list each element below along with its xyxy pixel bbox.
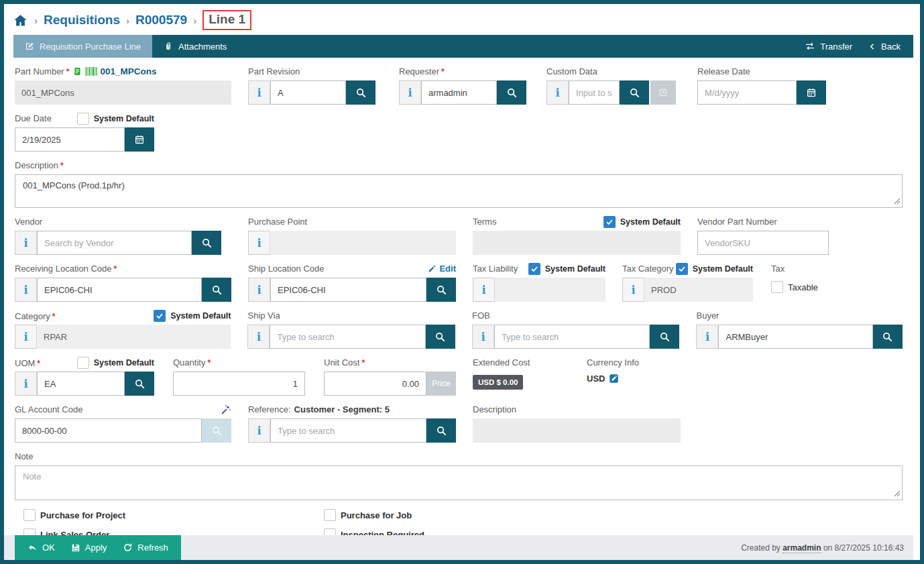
ship-location-edit-link[interactable]: Edit <box>428 264 456 274</box>
info-icon[interactable]: i <box>399 80 421 105</box>
field-currency-info: Currency Info USD <box>587 356 903 384</box>
due-date-input[interactable] <box>15 127 125 152</box>
form-content: Part Number * 001_MPCons Part Revision i… <box>4 58 913 535</box>
inspection-required-checkbox[interactable]: Inspection Required <box>324 528 624 535</box>
gl-account-code-input[interactable] <box>15 418 202 443</box>
requester-input[interactable] <box>421 80 497 105</box>
ship-location-code-input[interactable] <box>270 278 426 302</box>
note-textarea[interactable] <box>15 465 903 500</box>
description-textarea[interactable]: 001_MPCons (Prod.1p/hr) <box>15 174 903 208</box>
unit-cost-input[interactable] <box>324 372 426 396</box>
info-icon[interactable]: i <box>546 80 569 105</box>
part-number-input <box>15 80 231 105</box>
back-button[interactable]: Back <box>861 42 908 52</box>
custom-data-input[interactable] <box>569 80 620 105</box>
quantity-input[interactable] <box>173 372 305 396</box>
extended-cost-badge: USD $ 0.00 <box>473 375 523 390</box>
refresh-button[interactable]: Refresh <box>115 535 176 560</box>
currency-info-label: Currency Info <box>587 357 639 368</box>
link-sales-order-checkbox[interactable]: Link Sales Order <box>23 528 324 535</box>
breadcrumb-requisitions[interactable]: Requisitions <box>44 13 120 27</box>
buyer-search-button[interactable] <box>873 325 903 349</box>
reference-input[interactable] <box>270 418 426 443</box>
field-vendor-part-number: Vendor Part Number <box>697 215 829 255</box>
custom-data-label: Custom Data <box>546 66 597 76</box>
ship-location-search-button[interactable] <box>426 278 456 302</box>
purchase-for-job-checkbox[interactable]: Purchase for Job <box>324 509 624 521</box>
ship-via-input[interactable] <box>270 325 426 349</box>
buyer-input[interactable] <box>718 325 873 349</box>
home-icon[interactable] <box>13 13 28 27</box>
taxable-checkbox[interactable]: Taxable <box>771 281 903 293</box>
fob-input[interactable] <box>494 325 650 349</box>
purchase-point-input <box>270 231 456 255</box>
info-icon[interactable]: i <box>472 325 494 349</box>
receiving-location-search-button[interactable] <box>202 278 231 302</box>
terms-label: Terms <box>473 217 496 227</box>
vendor-input[interactable] <box>37 231 192 255</box>
tab-label: Requisition Purchase Line <box>40 42 141 52</box>
ok-button[interactable]: OK <box>19 535 63 560</box>
due-date-system-default-checkbox[interactable]: System Default <box>77 113 154 125</box>
ship-via-search-button[interactable] <box>426 325 455 349</box>
info-icon[interactable]: i <box>15 325 37 349</box>
system-default-label: System Default <box>94 114 154 123</box>
tab-attachments[interactable]: Attachments <box>152 35 238 58</box>
transfer-button[interactable]: Transfer <box>797 42 860 52</box>
part-icon[interactable] <box>73 66 82 76</box>
info-icon[interactable]: i <box>248 80 270 105</box>
due-date-calendar-button[interactable] <box>125 127 154 152</box>
unit-cost-label: Unit Cost <box>324 357 359 368</box>
info-icon[interactable]: i <box>248 278 270 302</box>
breadcrumb-requisition-id[interactable]: R000579 <box>135 13 187 27</box>
purchase-for-project-checkbox[interactable]: Purchase for Project <box>23 509 324 521</box>
checkbox-box <box>676 263 688 275</box>
field-fob: FOB i <box>472 309 680 349</box>
apply-label: Apply <box>85 543 107 553</box>
part-number-link[interactable]: 001_MPCons <box>100 66 156 76</box>
uom-system-default-checkbox[interactable]: System Default <box>77 357 154 369</box>
system-default-label: System Default <box>94 358 154 368</box>
tax-liability-system-default-checkbox[interactable]: System Default <box>528 263 605 275</box>
release-date-input[interactable] <box>697 80 797 105</box>
created-by-text: Created by armadmin on 8/27/2025 10:16:4… <box>741 543 904 553</box>
line-description-label: Description <box>473 404 516 414</box>
checkbox-box <box>77 113 89 125</box>
uom-label: UOM <box>15 358 35 368</box>
info-icon[interactable]: i <box>696 325 718 349</box>
part-revision-search-button[interactable] <box>346 80 376 105</box>
custom-data-search-button[interactable] <box>620 80 649 105</box>
info-icon[interactable]: i <box>15 231 37 255</box>
field-part-revision: Part Revision i <box>248 65 376 105</box>
uom-search-button[interactable] <box>125 372 154 396</box>
created-prefix: Created by <box>741 543 781 553</box>
vendor-search-button[interactable] <box>192 231 221 255</box>
terms-system-default-checkbox[interactable]: System Default <box>603 216 681 228</box>
barcode-icon[interactable] <box>85 66 97 76</box>
currency-edit-icon[interactable] <box>609 374 619 384</box>
wand-icon[interactable] <box>221 404 231 415</box>
uom-input[interactable] <box>37 372 125 396</box>
tab-requisition-purchase-line[interactable]: Requisition Purchase Line <box>13 35 152 58</box>
ship-location-code-label: Ship Location Code <box>248 264 324 274</box>
reference-search-button[interactable] <box>426 418 456 443</box>
tax-category-system-default-checkbox[interactable]: System Default <box>676 263 753 275</box>
info-icon[interactable]: i <box>248 418 270 443</box>
fob-search-button[interactable] <box>650 325 679 349</box>
part-revision-input[interactable] <box>270 80 346 105</box>
release-date-calendar-button[interactable] <box>797 80 826 105</box>
field-quantity: Quantity* <box>173 356 305 396</box>
ok-label: OK <box>42 543 55 553</box>
category-system-default-checkbox[interactable]: System Default <box>154 310 231 322</box>
info-icon[interactable]: i <box>247 325 270 349</box>
info-icon[interactable]: i <box>15 372 37 396</box>
required-marker: * <box>441 67 445 76</box>
requester-search-button[interactable] <box>497 80 526 105</box>
apply-button[interactable]: Apply <box>63 535 115 560</box>
info-icon[interactable]: i <box>15 278 37 302</box>
vendor-part-number-input[interactable] <box>697 231 829 255</box>
info-icon[interactable]: i <box>473 278 495 302</box>
receiving-location-code-input[interactable] <box>37 278 202 302</box>
info-icon[interactable]: i <box>622 278 644 302</box>
info-icon[interactable]: i <box>248 231 270 255</box>
